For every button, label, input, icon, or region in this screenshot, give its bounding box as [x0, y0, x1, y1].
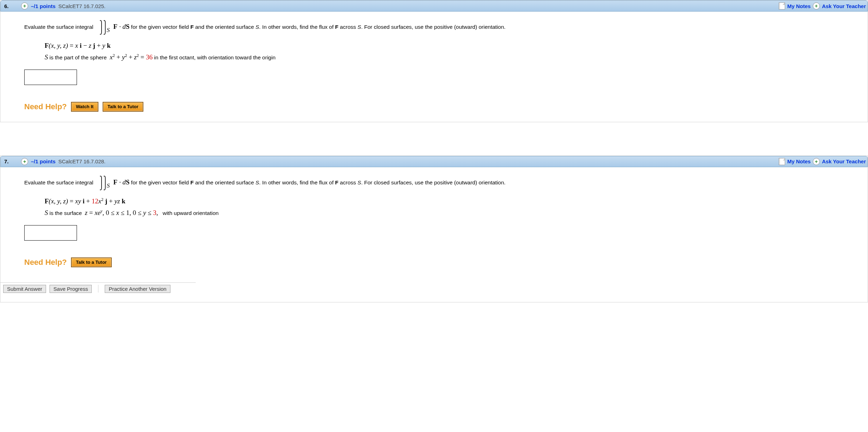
need-help-label: Need Help?: [24, 256, 67, 268]
integrand: F · dS: [114, 178, 130, 186]
vector-field: F(x, y, z) = x i − z j + y k: [45, 40, 856, 51]
prompt-before: Evaluate the surface integral: [24, 179, 93, 185]
surface-desc: S is the part of the sphere x2 + y2 + z2…: [45, 52, 856, 62]
integrand: F · dS: [114, 23, 130, 30]
help-row: Need Help? Talk to a Tutor: [24, 256, 856, 268]
source-label: SCalcET7 16.7.028.: [58, 158, 105, 164]
surf-rest: with upward orientation: [160, 210, 219, 216]
my-notes-link[interactable]: My Notes: [787, 3, 811, 9]
note-icon[interactable]: [779, 158, 785, 165]
footer-bar: Submit Answer Save Progress Practice Ano…: [0, 282, 196, 293]
surf-pre: is the part of the sphere: [48, 54, 110, 60]
header-right: My Notes + Ask Your Teacher: [779, 2, 866, 9]
prompt-text: Evaluate the surface integral S F · dS f…: [24, 19, 856, 35]
question-body: Evaluate the surface integral S F · dS f…: [0, 12, 868, 122]
need-help-label: Need Help?: [24, 101, 67, 113]
prompt-after: for the given vector field F and the ori…: [131, 24, 506, 30]
answer-input[interactable]: [24, 70, 77, 85]
source-label: SCalcET7 16.7.025.: [58, 3, 105, 9]
vector-field: F(x, y, z) = xy i + 12x2 j + yz k: [45, 196, 856, 206]
points-label[interactable]: –/1 points: [31, 158, 56, 164]
question-number: 6.: [4, 3, 18, 9]
prompt-before: Evaluate the surface integral: [24, 24, 93, 30]
prompt-after: for the given vector field F and the ori…: [131, 179, 506, 185]
question-number: 7.: [4, 158, 18, 164]
talk-tutor-button[interactable]: Talk to a Tutor: [71, 257, 112, 267]
double-integral: S: [97, 19, 110, 35]
save-progress-button[interactable]: Save Progress: [50, 285, 92, 293]
integral-subscript: S: [107, 181, 110, 190]
question-header: 6. + –/1 points SCalcET7 16.7.025. My No…: [0, 0, 868, 12]
practice-another-button[interactable]: Practice Another Version: [105, 285, 170, 293]
header-left: 7. + –/1 points SCalcET7 16.7.028.: [4, 158, 105, 165]
integral-subscript: S: [107, 26, 110, 35]
header-left: 6. + –/1 points SCalcET7 16.7.025.: [4, 2, 105, 9]
surface-desc: S is the surface z = xey, 0 ≤ x ≤ 1, 0 ≤…: [45, 208, 856, 218]
expand-icon[interactable]: +: [813, 158, 820, 165]
expand-icon[interactable]: +: [21, 158, 28, 165]
note-icon[interactable]: [779, 2, 785, 9]
my-notes-link[interactable]: My Notes: [787, 158, 811, 164]
help-row: Need Help? Watch It Talk to a Tutor: [24, 101, 856, 113]
submit-answer-button[interactable]: Submit Answer: [3, 285, 46, 293]
double-integral: S: [97, 175, 110, 191]
surf-eq: x2 + y2 + z2 = 36: [110, 53, 153, 61]
problem-details: F(x, y, z) = x i − z j + y k S is the pa…: [45, 40, 856, 63]
prompt-text: Evaluate the surface integral S F · dS f…: [24, 175, 856, 191]
surf-rest: in the first octant, with orientation to…: [154, 54, 276, 60]
talk-tutor-button[interactable]: Talk to a Tutor: [103, 102, 143, 112]
answer-input[interactable]: [24, 225, 77, 241]
surf-eq: z = xey, 0 ≤ x ≤ 1, 0 ≤ y ≤ 3,: [85, 209, 158, 216]
points-label[interactable]: –/1 points: [31, 3, 56, 9]
question-body: Evaluate the surface integral S F · dS f…: [0, 167, 868, 302]
surf-pre: is the surface: [48, 210, 85, 216]
question-header: 7. + –/1 points SCalcET7 16.7.028. My No…: [0, 156, 868, 167]
header-right: My Notes + Ask Your Teacher: [779, 158, 866, 165]
expand-icon[interactable]: +: [21, 2, 28, 9]
problem-details: F(x, y, z) = xy i + 12x2 j + yz k S is t…: [45, 196, 856, 218]
expand-icon[interactable]: +: [813, 2, 820, 9]
question-6: 6. + –/1 points SCalcET7 16.7.025. My No…: [0, 0, 868, 122]
divider: [98, 285, 98, 293]
ask-teacher-link[interactable]: Ask Your Teacher: [822, 3, 866, 9]
watch-it-button[interactable]: Watch It: [71, 102, 98, 112]
ask-teacher-link[interactable]: Ask Your Teacher: [822, 158, 866, 164]
question-7: 7. + –/1 points SCalcET7 16.7.028. My No…: [0, 156, 868, 302]
